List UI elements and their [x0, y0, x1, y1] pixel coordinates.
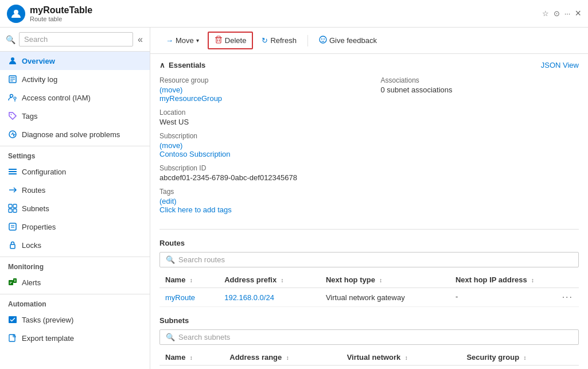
routes-table-body: myRoute 192.168.0.0/24 Virtual network g… [159, 288, 579, 307]
associations-label: Associations [381, 76, 579, 84]
sort-icon-name: ↕ [190, 277, 193, 283]
content-area: → Move ▾ Delete ↻ Refresh [150, 28, 588, 369]
location-label: Location [159, 108, 358, 116]
routes-col-address-prefix[interactable]: Address prefix ↕ [219, 272, 320, 288]
sort-icon-subnet-range: ↕ [286, 355, 289, 361]
svg-rect-14 [9, 204, 12, 208]
table-row: No results. [159, 366, 579, 370]
sidebar-item-diagnose[interactable]: Diagnose and solve problems [0, 125, 150, 143]
top-bar: myRouteTable Route table ☆ ⊙ ··· × [0, 0, 588, 28]
feedback-button[interactable]: Give feedback [313, 32, 383, 49]
resource-group-field: Resource group (move) myResourceGroup [159, 76, 358, 103]
overview-icon [8, 56, 17, 65]
sort-icon-subnet-name: ↕ [190, 355, 193, 361]
sidebar-item-label-export: Export template [22, 334, 74, 343]
sidebar-item-activity-log[interactable]: Activity log [0, 70, 150, 88]
main-layout: 🔍 « Overview [0, 28, 588, 369]
essentials-header: ∧ Essentials JSON View [159, 61, 579, 69]
routes-search-input[interactable] [178, 255, 573, 264]
sort-icon-subnet-security: ↕ [524, 355, 527, 361]
sidebar-item-tasks[interactable]: Tasks (preview) [0, 310, 150, 329]
subnets-header-row: Name ↕ Address range ↕ Virtual network ↕ [159, 349, 579, 366]
route-prefix-cell: 192.168.0.0/24 [219, 288, 320, 307]
routes-header-row: Name ↕ Address prefix ↕ Next hop type ↕ [159, 272, 579, 288]
resource-group-move-link[interactable]: (move) [159, 86, 182, 94]
subnets-table: Name ↕ Address range ↕ Virtual network ↕ [159, 349, 579, 369]
sidebar-item-access-control[interactable]: Access control (IAM) [0, 88, 150, 107]
delete-button[interactable]: Delete [208, 32, 254, 49]
sidebar-item-label-iam: Access control (IAM) [22, 94, 91, 102]
toolbar: → Move ▾ Delete ↻ Refresh [150, 28, 588, 54]
avatar [7, 5, 25, 23]
tags-add-link[interactable]: Click here to add tags [159, 205, 232, 214]
svg-rect-12 [9, 171, 17, 172]
subnets-search-input[interactable] [178, 333, 573, 341]
subscription-link[interactable]: Contoso Subscription [159, 150, 231, 158]
route-name-link[interactable]: myRoute [165, 293, 195, 302]
sidebar-item-label-overview: Overview [22, 57, 55, 65]
route-ellipsis-button[interactable]: ··· [562, 292, 573, 302]
svg-point-0 [14, 10, 18, 14]
collapse-sidebar-icon[interactable]: « [137, 33, 144, 46]
svg-rect-13 [9, 173, 17, 174]
sidebar-item-properties[interactable]: Properties [0, 217, 150, 236]
routes-col-next-hop-ip[interactable]: Next hop IP address ↕ [450, 272, 579, 288]
star-outline-icon[interactable]: ☆ [542, 9, 549, 18]
subnets-col-security[interactable]: Security group ↕ [461, 349, 579, 366]
route-prefix-link[interactable]: 192.168.0.0/24 [224, 293, 274, 302]
close-button[interactable]: × [575, 7, 581, 20]
resource-group-value: (move) myResourceGroup [159, 86, 358, 103]
svg-rect-21 [10, 244, 15, 248]
sidebar-item-overview[interactable]: Overview [0, 52, 150, 70]
sidebar-item-label-locks: Locks [22, 241, 41, 250]
refresh-button[interactable]: ↻ Refresh [255, 33, 303, 48]
activity-log-icon [8, 75, 17, 84]
json-view-link[interactable]: JSON View [541, 61, 579, 69]
sidebar-item-tags[interactable]: Tags [0, 107, 150, 125]
resource-title-block: myRouteTable Route table [30, 5, 538, 22]
more-options-icon[interactable]: ··· [564, 9, 571, 18]
sidebar-item-locks[interactable]: Locks [0, 236, 150, 254]
pin-icon[interactable]: ⊙ [554, 9, 560, 18]
route-hop-type-cell: Virtual network gateway [320, 288, 450, 307]
configuration-icon [8, 167, 17, 176]
sidebar-item-label-tasks: Tasks (preview) [22, 316, 73, 324]
location-field: Location West US [159, 108, 358, 126]
feedback-button-label: Give feedback [329, 36, 377, 45]
refresh-button-label: Refresh [270, 36, 297, 45]
routes-section-title: Routes [159, 239, 579, 247]
svg-rect-28 [216, 38, 221, 43]
resource-group-link[interactable]: myResourceGroup [159, 94, 222, 103]
export-icon [8, 333, 17, 343]
delete-icon [215, 36, 223, 45]
tags-label: Tags [159, 188, 358, 196]
move-arrow-icon: → [166, 36, 173, 45]
svg-point-32 [321, 38, 322, 40]
sidebar-item-configuration[interactable]: Configuration [0, 162, 150, 181]
location-value: West US [159, 118, 358, 126]
sidebar-item-routes[interactable]: Routes [0, 181, 150, 199]
delete-button-label: Delete [225, 36, 247, 45]
no-results-cell: No results. [159, 366, 579, 370]
subnets-col-address-range[interactable]: Address range ↕ [224, 349, 341, 366]
subnets-search-box: 🔍 [159, 329, 579, 345]
subnets-col-name[interactable]: Name ↕ [159, 349, 224, 366]
subnets-icon [8, 204, 17, 213]
sidebar-item-label-alerts: Alerts [22, 278, 41, 287]
tags-edit-link[interactable]: (edit) [159, 197, 177, 205]
move-button[interactable]: → Move ▾ [159, 33, 205, 48]
search-input[interactable] [19, 32, 133, 46]
sidebar: 🔍 « Overview [0, 28, 150, 369]
sidebar-item-alerts[interactable]: Alerts [0, 273, 150, 292]
essentials-title[interactable]: ∧ Essentials [159, 61, 205, 69]
sidebar-item-subnets[interactable]: Subnets [0, 199, 150, 217]
subscription-move-link[interactable]: (move) [159, 141, 182, 150]
routes-col-name[interactable]: Name ↕ [159, 272, 219, 288]
sidebar-item-label-configuration: Configuration [22, 168, 66, 176]
routes-col-next-hop-type[interactable]: Next hop type ↕ [320, 272, 450, 288]
alerts-icon [8, 278, 17, 287]
subnets-table-body: No results. [159, 366, 579, 370]
associations-field: Associations 0 subnet associations [381, 76, 579, 94]
subnets-col-vnet[interactable]: Virtual network ↕ [341, 349, 461, 366]
sidebar-item-export[interactable]: Export template [0, 329, 150, 347]
